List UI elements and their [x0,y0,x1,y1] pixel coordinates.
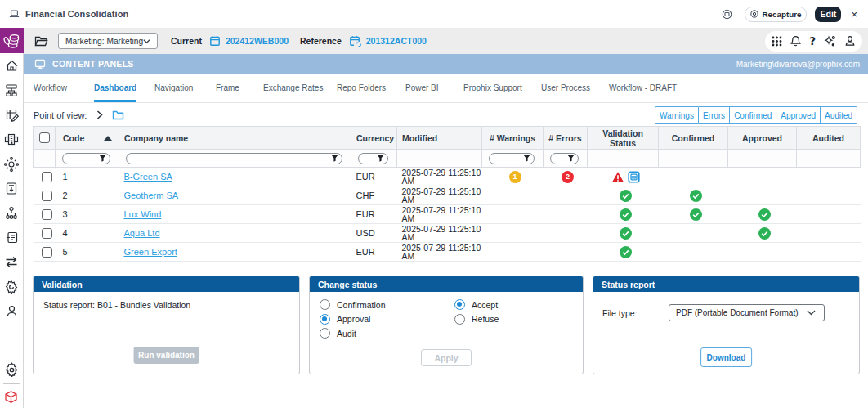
errors-filter-button[interactable]: Errors [699,106,730,124]
pov-folder-icon[interactable] [112,110,124,120]
help-icon[interactable]: ? [809,34,816,47]
home-icon[interactable] [4,58,20,74]
notifications-bell-icon[interactable] [790,35,801,47]
errors-filter-input[interactable] [550,153,579,164]
journal-icon[interactable] [4,230,20,245]
company-link[interactable]: Aqua Ltd [124,228,160,238]
col-header-approved[interactable]: Approved [728,127,797,150]
approval-radio-circle[interactable] [320,314,330,325]
reference-label: Reference [300,36,342,46]
col-header-modified[interactable]: Modified [397,127,482,150]
currency-filter-input[interactable] [358,153,388,164]
company-link[interactable]: Green Export [124,247,177,257]
reference-calendar-icon[interactable] [349,35,361,47]
reference-period-value[interactable]: 201312ACT000 [366,36,427,46]
status-filter-buttons: Warnings Errors Confirmed Approved Audit… [655,106,857,124]
apps-grid-icon[interactable] [772,36,782,47]
confirmed-filter-button[interactable]: Confirmed [730,106,776,124]
radio-approval[interactable]: Approval [320,314,386,325]
apply-button[interactable]: Apply [421,349,472,366]
sidebar-divider [3,383,20,384]
recapture-button[interactable]: Recapture [745,7,807,22]
content-panels-title: CONTENT PANELS [52,59,134,69]
col-header-warnings[interactable]: # Warnings [482,127,544,150]
open-folder-icon[interactable] [34,35,48,47]
select-all-checkbox[interactable] [39,132,50,143]
row-checkbox[interactable] [42,191,52,201]
tab-user-process[interactable]: User Process [541,74,590,102]
col-header-company[interactable]: Company name [119,127,351,150]
process-icon[interactable] [4,156,20,172]
col-header-code[interactable]: Code [56,127,119,150]
file-type-select[interactable]: PDF (Portable Document Format) [669,304,825,321]
capture-target-icon[interactable] [722,9,732,20]
col-header-currency[interactable]: Currency [351,127,397,150]
code-filter-input[interactable] [62,153,110,164]
audit-radio-circle[interactable] [320,328,330,339]
warnings-filter-input[interactable] [489,153,535,164]
chevron-right-icon[interactable] [96,110,103,119]
tab-prophix-support[interactable]: Prophix Support [463,74,522,102]
errors-badge[interactable]: 2 [562,171,574,183]
exchange-icon[interactable] [4,254,20,270]
validation-ok-icon [620,246,632,258]
download-button[interactable]: Download [700,347,753,367]
tab-exchange-rates[interactable]: Exchange Rates [263,74,323,102]
col-header-confirmed[interactable]: Confirmed [659,127,728,150]
accept-radio-circle[interactable] [454,299,465,310]
edit-button[interactable]: Edit [815,7,841,22]
tab-power-bi[interactable]: Power BI [405,74,439,102]
company-icon[interactable] [4,132,20,147]
approved-filter-button[interactable]: Approved [776,106,821,124]
tab-dashboard[interactable]: Dashboard [94,74,136,102]
ai-sparkle-icon[interactable] [824,35,836,47]
tab-workflow-draft[interactable]: Workflow - DRAFT [609,74,677,102]
cell-modified: 2025-07-29 11:25:10 AM [397,243,482,262]
account-icon[interactable] [844,35,856,47]
cell-currency: EUR [351,168,397,186]
report-box-icon[interactable] [4,181,20,196]
audited-filter-button[interactable]: Audited [821,106,857,124]
toolbar-icon-pill: ? [765,31,862,52]
document-select[interactable]: Marketing: Marketing [58,33,158,49]
row-checkbox[interactable] [42,209,52,220]
confirmation-radio-circle[interactable] [320,299,330,310]
col-header-errors[interactable]: # Errors [544,127,588,150]
company-link[interactable]: B-Green SA [124,172,172,182]
company-link[interactable]: Lux Wind [124,209,162,219]
col-header-audited[interactable]: Audited [797,127,861,150]
prophix-logo[interactable] [0,28,24,53]
warnings-badge[interactable]: 1 [509,171,521,183]
automation-gear-icon[interactable] [4,279,20,294]
close-icon[interactable]: × [851,9,857,20]
workflow-icon[interactable] [4,83,20,98]
org-chart-icon[interactable] [4,205,20,221]
refuse-radio-circle[interactable] [454,314,465,325]
main-area: Marketing: Marketing Current 202412WEB00… [24,28,868,408]
user-icon[interactable] [4,303,20,319]
warnings-filter-button[interactable]: Warnings [655,106,699,124]
row-checkbox[interactable] [42,172,52,182]
settings-gear-icon[interactable] [4,361,20,377]
col-header-validation-status[interactable]: ValidationStatus [588,127,659,150]
radio-audit[interactable]: Audit [320,328,386,339]
tab-workflow[interactable]: Workflow [34,74,67,102]
red-cube-icon[interactable] [4,390,19,405]
radio-refuse[interactable]: Refuse [454,314,499,325]
company-filter-input[interactable] [126,153,342,164]
tab-frame[interactable]: Frame [216,74,239,102]
data-form-icon[interactable] [4,107,20,123]
tab-repo-folders[interactable]: Repo Folders [337,74,386,102]
file-type-value: PDF (Portable Document Format) [676,308,799,317]
validation-error-icon[interactable] [611,171,624,183]
row-checkbox[interactable] [42,247,52,258]
validation-report-icon[interactable] [628,171,640,183]
radio-confirmation[interactable]: Confirmation [320,299,386,310]
company-link[interactable]: Geotherm SA [124,191,179,200]
row-checkbox[interactable] [42,228,52,239]
current-period-value[interactable]: 202412WEB000 [226,36,289,46]
tab-navigation[interactable]: Navigation [154,74,193,102]
run-validation-button[interactable]: Run validation [133,347,199,364]
radio-accept[interactable]: Accept [454,299,499,310]
current-calendar-icon[interactable] [209,35,221,47]
